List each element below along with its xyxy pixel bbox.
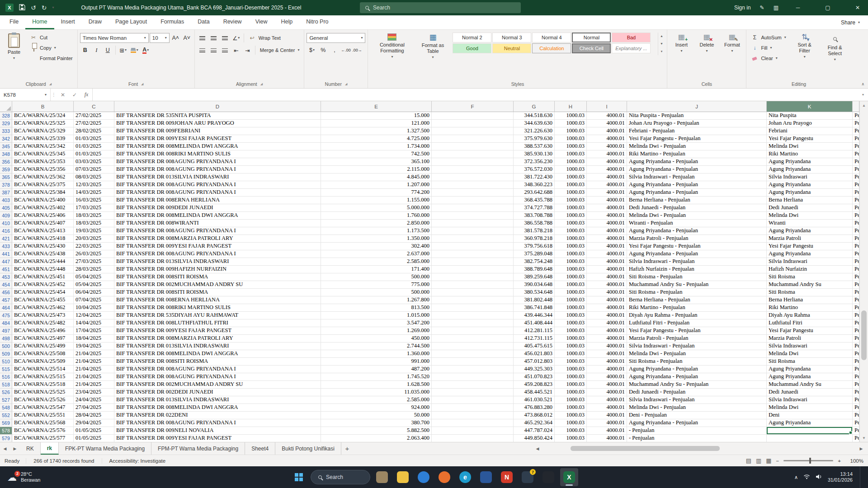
cell-E453[interactable]: 500.000 — [321, 273, 432, 281]
cell-K500[interactable]: Silvia Indraswari — [767, 343, 853, 350]
formula-bar-sizer[interactable]: ⋮ — [51, 89, 57, 101]
cell-F328[interactable] — [432, 112, 514, 120]
cell-E403[interactable]: 1.155.000 — [321, 197, 432, 204]
zoom-slider[interactable] — [783, 460, 833, 461]
cell-style-calculation[interactable]: Calculation — [532, 43, 571, 53]
row-header-453[interactable]: 453 — [0, 273, 12, 281]
cell-G342[interactable]: 375.979.630 — [514, 135, 555, 143]
cell-I497[interactable]: 4000.01 — [587, 327, 627, 335]
cell-L348[interactable]: Pe — [853, 150, 859, 158]
cell-H348[interactable]: 1000.03 — [555, 150, 587, 158]
row-header-498[interactable]: 498 — [0, 335, 12, 343]
ribbon-tab-review[interactable]: Review — [217, 15, 249, 29]
cell-B515[interactable]: BCA/WARNA/25/514 — [12, 366, 74, 373]
ribbon-tab-file[interactable]: File — [3, 15, 25, 29]
cell-H475[interactable]: 1000.03 — [555, 312, 587, 319]
cell-D409[interactable]: BIF TRANSFER DR 008MELINDA DWI ANGGRA — [114, 212, 321, 220]
row-header-457[interactable]: 457 — [0, 296, 12, 304]
cell-L578[interactable]: Pe — [853, 427, 859, 435]
cell-G484[interactable]: 451.408.444 — [514, 319, 555, 327]
cell-E579[interactable]: 2.063.400 — [321, 435, 432, 442]
wifi-icon[interactable] — [803, 474, 810, 480]
cell-D516[interactable]: BIF TRANSFER DR 008AGUNG PRIYANDANA I — [114, 373, 321, 381]
cell-K328[interactable]: Nita Puspita — [767, 112, 853, 120]
cell-B410[interactable]: BCA/WARNA/25/407 — [12, 220, 74, 227]
cell-L497[interactable]: Pe — [853, 327, 859, 335]
cell-K365[interactable]: Silvia Indraswari — [767, 174, 853, 181]
cell-J441[interactable]: Agung Priyandana - Penjualan — [627, 250, 767, 258]
autosum-button[interactable]: ΣAutoSum▾ — [749, 33, 788, 42]
sort-filter-button[interactable]: ⇅▼ Sort & Filter ▾ — [790, 31, 819, 60]
cell-K359[interactable]: Agung Priyandana — [767, 166, 853, 174]
cell-L456[interactable]: Pe — [853, 289, 859, 296]
cell-F456[interactable] — [432, 289, 514, 296]
cell-H578[interactable]: 1000.03 — [555, 427, 587, 435]
cell-I447[interactable]: 4000.01 — [587, 258, 627, 266]
cell-B484[interactable]: BCA/WARNA/25/482 — [12, 319, 74, 327]
cell-B456[interactable]: BCA/WARNA/25/454 — [12, 289, 74, 296]
row-header-387[interactable]: 387 — [0, 189, 12, 197]
cell-H464[interactable]: 1000.03 — [555, 304, 587, 312]
restore-button[interactable]: ▢ — [817, 0, 838, 15]
cell-G410[interactable]: 386.558.788 — [514, 220, 555, 227]
cell-L405[interactable]: Pe — [853, 204, 859, 212]
cell-G548[interactable]: 476.883.280 — [514, 404, 555, 412]
cell-J410[interactable]: Wiranti - Penjualan — [627, 220, 767, 227]
normal-view-icon[interactable]: ▤ — [746, 457, 751, 464]
cell-B387[interactable]: BCA/WARNA/25/384 — [12, 189, 74, 197]
cell-L329[interactable]: Pe — [853, 120, 859, 127]
font-size-select[interactable]: 10▾ — [150, 33, 170, 43]
cell-J403[interactable]: Berna Herliana - Penjualan — [627, 197, 767, 204]
cell-J515[interactable]: Agung Priyandana - Penjualan — [627, 366, 767, 373]
row-header-516[interactable]: 516 — [0, 373, 12, 381]
cell-G515[interactable]: 449.325.303 — [514, 366, 555, 373]
cell-G510[interactable]: 457.012.803 — [514, 358, 555, 366]
cell-G516[interactable]: 451.070.823 — [514, 373, 555, 381]
show-desktop-button[interactable] — [860, 466, 862, 488]
cell-J329[interactable]: Johan Aru Prayogo - Penjualan — [627, 120, 767, 127]
font-color-button[interactable]: A▾ — [141, 45, 151, 55]
paste-button[interactable]: Paste ▾ — [2, 31, 26, 61]
cell-J405[interactable]: Dedi Junaedi - Penjualan — [627, 204, 767, 212]
accounting-format-button[interactable]: $▾ — [307, 45, 317, 55]
redo-icon[interactable]: ↻ — [42, 5, 47, 11]
cell-J500[interactable]: Silvia Indraswari - Penjualan — [627, 343, 767, 350]
cell-L579[interactable]: Pe — [853, 435, 859, 442]
middle-align-button[interactable] — [208, 33, 219, 43]
align-center-button[interactable] — [208, 45, 219, 55]
cell-K516[interactable]: Agung Priyandana — [767, 373, 853, 381]
cell-H579[interactable]: 1000.03 — [555, 435, 587, 442]
ribbon-tab-draw[interactable]: Draw — [82, 15, 108, 29]
cell-G333[interactable]: 321.226.630 — [514, 127, 555, 135]
cell-K569[interactable]: Agung Priyandana — [767, 419, 853, 427]
cell-H457[interactable]: 1000.03 — [555, 296, 587, 304]
cell-K515[interactable]: Agung Priyandana — [767, 366, 853, 373]
cell-C500[interactable]: 19/04/2025 — [74, 343, 114, 350]
cell-L365[interactable]: Pe — [853, 174, 859, 181]
cell-B421[interactable]: BCA/WARNA/25/418 — [12, 235, 74, 243]
cell-style-explanatory[interactable]: Explanatory ... — [612, 43, 651, 53]
row-header-527[interactable]: 527 — [0, 396, 12, 404]
cell-C405[interactable]: 17/03/2025 — [74, 204, 114, 212]
cell-F454[interactable] — [432, 281, 514, 289]
row-header-342[interactable]: 342 — [0, 135, 12, 143]
row-header-405[interactable]: 405 — [0, 204, 12, 212]
cell-G475[interactable]: 439.446.344 — [514, 312, 555, 319]
cell-I578[interactable]: 4000.01 — [587, 427, 627, 435]
cell-H342[interactable]: 1000.03 — [555, 135, 587, 143]
cell-C569[interactable]: 29/04/2025 — [74, 419, 114, 427]
cell-J333[interactable]: Febriani - Penjualan — [627, 127, 767, 135]
security-shield-icon[interactable]: 7 — [519, 468, 537, 486]
cell-H421[interactable]: 1000.03 — [555, 235, 587, 243]
cell-H405[interactable]: 1000.03 — [555, 204, 587, 212]
cell-E447[interactable]: 2.585.000 — [321, 258, 432, 266]
gallery-scroll-down-icon[interactable]: ▼ — [660, 42, 663, 45]
cell-K518[interactable]: Muchammad Andry Su — [767, 381, 853, 389]
cell-C457[interactable]: 07/04/2025 — [74, 296, 114, 304]
cell-B403[interactable]: BCA/WARNA/25/400 — [12, 197, 74, 204]
cell-B516[interactable]: BCA/WARNA/25/515 — [12, 373, 74, 381]
cell-L342[interactable]: Pe — [853, 135, 859, 143]
cell-H365[interactable]: 1000.03 — [555, 174, 587, 181]
cell-E416[interactable]: 1.173.500 — [321, 227, 432, 235]
cell-I500[interactable]: 4000.01 — [587, 343, 627, 350]
